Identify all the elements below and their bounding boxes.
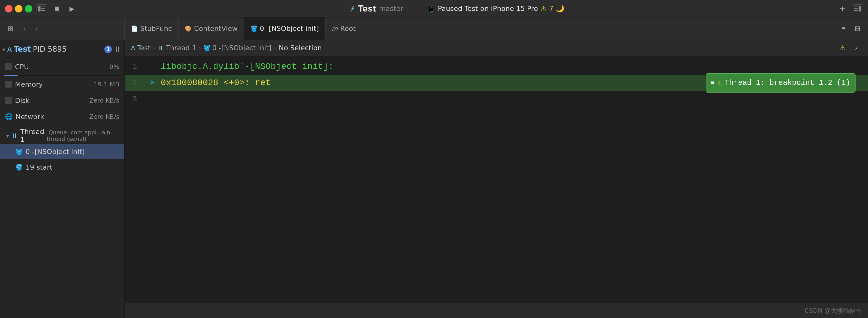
code-line-3: 3	[125, 91, 868, 107]
thread1-chevron: ▾	[6, 133, 9, 139]
svg-rect-3	[41, 10, 45, 11]
breakpoint-warning-icon: ⚠	[718, 75, 721, 91]
tab-stubfunc[interactable]: 📄 StubFunc	[125, 18, 179, 39]
zoom-button[interactable]	[25, 5, 32, 12]
nsobject-tab-icon: 🪣	[250, 25, 257, 32]
memory-icon	[5, 81, 12, 88]
tab-root[interactable]: m Root	[326, 18, 362, 39]
disk-icon	[5, 97, 12, 104]
thread1-header[interactable]: ▾ ⏸ Thread 1 Queue: com.appl...ain-threa…	[0, 127, 124, 144]
tab-stubfunc-label: StubFunc	[140, 25, 172, 32]
thread1-label: Thread 1	[20, 128, 44, 143]
breadcrumb-no-selection: No Selection	[279, 44, 322, 52]
line-number-3: 3	[125, 91, 143, 107]
breadcrumb-thread1-icon: ⏸	[158, 44, 164, 52]
process-badge: 1	[104, 46, 112, 53]
network-icon: 🌐	[5, 113, 12, 120]
sidebar: ▾ A Test PID 5895 1 ⏸ CPU 0% Memory 19.1…	[0, 40, 125, 318]
svg-rect-0	[38, 6, 40, 11]
warning-icon-btn[interactable]: ⚠	[837, 42, 848, 54]
titlebar: ⏹ ▶ ⚡ Test master 📱 Paused Test on iPhon…	[0, 0, 868, 18]
breakpoint-lines-icon: ≡	[711, 75, 715, 91]
toolbar-tabs: 📄 StubFunc 🎨 ContentView 🪣 0 -[NSObject …	[125, 18, 831, 39]
memory-value: 19.1 MB	[94, 81, 119, 88]
project-branch: master	[379, 5, 403, 12]
breadcrumb-sep3: ›	[274, 45, 276, 51]
breadcrumb-thread1[interactable]: ⏸ Thread 1	[158, 44, 196, 52]
thread1-icon: ⏸	[11, 132, 18, 139]
network-value: Zero KB/s	[89, 113, 119, 120]
breadcrumb-nsobject-icon: 🪣	[204, 45, 210, 51]
watermark: CSDN @大熊猫侯哥	[805, 307, 862, 315]
line-number-1: 1	[125, 59, 143, 75]
panel-toggle-button[interactable]	[852, 4, 863, 13]
project-title: Test	[358, 4, 377, 13]
nav-back-button[interactable]: ‹	[19, 23, 30, 34]
breadcrumb-sep1: ›	[153, 45, 155, 51]
close-button[interactable]	[5, 5, 12, 12]
process-name: Test	[14, 45, 31, 54]
tab-nsobject[interactable]: 🪣 0 -[NSObject init]	[244, 18, 326, 39]
line-number-2: 2	[125, 75, 143, 91]
breadcrumb-test[interactable]: A Test	[131, 44, 151, 52]
sidebar-item-memory[interactable]: Memory 19.1 MB	[0, 76, 124, 92]
sidebar-toggle-button[interactable]	[36, 4, 48, 13]
memory-label: Memory	[15, 81, 91, 88]
process-pid: PID 5895	[33, 45, 67, 54]
tab-nsobject-label: 0 -[NSObject init]	[260, 25, 319, 32]
breadcrumb-bar: A Test › ⏸ Thread 1 › 🪣 0 -[NSObject ini…	[125, 40, 868, 56]
minimize-button[interactable]	[15, 5, 23, 12]
sidebar-item-cpu[interactable]: CPU 0%	[0, 59, 124, 75]
svg-rect-2	[41, 8, 45, 9]
breakpoint-badge: ≡ ⚠ Thread 1: breakpoint 1.2 (1)	[706, 73, 856, 93]
contentview-tab-icon: 🎨	[185, 25, 192, 32]
warning-icon: ⚠	[540, 5, 547, 12]
frame19-label: 19 start	[26, 163, 52, 171]
stop-button[interactable]: ⏹	[51, 3, 62, 15]
grid-view-button[interactable]: ⊞	[5, 23, 16, 34]
svg-rect-1	[41, 6, 45, 7]
add-button[interactable]: +	[837, 3, 848, 15]
traffic-lights	[5, 5, 32, 12]
breadcrumb-test-icon: A	[131, 44, 135, 52]
breadcrumb-sep2: ›	[199, 45, 201, 51]
code-area: A Test › ⏸ Thread 1 › 🪣 0 -[NSObject ini…	[125, 40, 868, 318]
frame0-label: 0 -[NSObject init]	[26, 148, 85, 155]
disk-label: Disk	[15, 97, 86, 105]
code-editor[interactable]: 1 libobjc.A.dylib`-[NSObject init]: 2 ->…	[125, 56, 868, 303]
stubfunc-tab-icon: 📄	[131, 25, 138, 32]
titlebar-center: ⚡ Test master 📱 Paused Test on iPhone 15…	[81, 4, 833, 13]
process-options-icon[interactable]: ⏸	[114, 45, 121, 54]
svg-rect-5	[854, 8, 858, 9]
stack-frame-19[interactable]: 🪣 19 start	[0, 159, 124, 175]
process-header[interactable]: ▾ A Test PID 5895 1 ⏸	[0, 40, 124, 59]
cpu-icon	[5, 63, 12, 70]
process-chevron[interactable]: ▾	[2, 46, 5, 53]
tab-contentview[interactable]: 🎨 ContentView	[179, 18, 244, 39]
project-icon: ⚡	[350, 4, 355, 13]
nav-forward-button[interactable]: ›	[31, 23, 42, 34]
network-label: Network	[16, 113, 86, 121]
settings-icon-btn[interactable]: ›	[850, 42, 862, 54]
toolbar-right: ≡ ⊟	[831, 23, 868, 34]
warning-count: 7	[549, 5, 553, 12]
root-tab-icon: m	[332, 25, 338, 32]
breadcrumb-thread1-label: Thread 1	[166, 44, 196, 52]
line-content-1: libobjc.A.dylib`-[NSObject init]:	[156, 59, 868, 75]
sidebar-item-network[interactable]: 🌐 Network Zero KB/s	[0, 109, 124, 125]
run-button[interactable]: ▶	[66, 3, 77, 15]
split-view-button[interactable]: ⊟	[852, 23, 863, 34]
sidebar-item-disk[interactable]: Disk Zero KB/s	[0, 92, 124, 109]
toolbar-left: ⊞ ‹ ›	[0, 18, 125, 39]
paused-status: Paused Test on iPhone 15 Pro	[438, 5, 538, 12]
stack-frame-0[interactable]: 🪣 0 -[NSObject init]	[0, 144, 124, 159]
frame19-icon: 🪣	[16, 164, 23, 171]
breadcrumb-nsobject[interactable]: 🪣 0 -[NSObject init]	[204, 44, 271, 52]
breadcrumb-test-label: Test	[137, 44, 151, 52]
tab-contentview-label: ContentView	[194, 25, 238, 32]
toolbar-nav: ‹ ›	[19, 23, 42, 34]
breadcrumb-nsobject-label: 0 -[NSObject init]	[212, 44, 271, 52]
cpu-label: CPU	[15, 63, 106, 71]
list-view-button[interactable]: ≡	[838, 23, 849, 34]
frame0-icon: 🪣	[16, 148, 23, 155]
